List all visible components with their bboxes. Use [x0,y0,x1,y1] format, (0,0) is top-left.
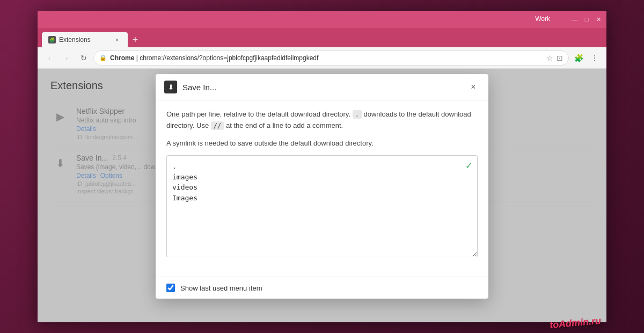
forward-button[interactable]: › [59,50,74,66]
address-text: Chrome | chrome://extensions/?options=jp… [110,54,543,62]
modal-close-button[interactable]: × [467,81,480,93]
profile-label: Work [535,15,550,23]
extensions-button[interactable]: 🧩 [571,50,586,66]
chrome-window: Work — □ ✕ 🧩 Extensions × + ‹ › ↻ 🔒 Chro… [38,11,606,322]
address-site: Chrome [110,54,134,62]
valid-checkmark-icon: ✓ [465,161,472,171]
maximize-button[interactable]: □ [583,16,590,23]
close-window-button[interactable]: ✕ [595,16,602,23]
modal-title: Save In... [182,83,216,92]
tab-favicon: 🧩 [48,36,56,44]
save-in-modal: ⬇ Save In... × One path per line, relati… [156,74,488,299]
modal-body: One path per line, relative to the defau… [156,100,488,277]
download-icon: ⬇ [168,83,174,91]
nav-end-buttons: 🧩 ⋮ [571,50,602,66]
main-content: Extensions ▶ Netflix Skipper Netflix aut… [38,69,606,322]
nav-bar: ‹ › ↻ 🔒 Chrome | chrome://extensions/?op… [38,47,606,69]
modal-overlay: ⬇ Save In... × One path per line, relati… [38,69,606,322]
secure-icon: 🔒 [99,54,107,61]
tab-bar: 🧩 Extensions × + [38,28,606,47]
refresh-button[interactable]: ↻ [76,50,91,66]
paths-textarea[interactable]: . images videos Images [166,155,478,257]
tab-close-button[interactable]: × [113,35,121,44]
new-tab-button[interactable]: + [128,32,143,47]
bookmark-star-icon[interactable]: ☆ [546,54,553,62]
modal-header-icon: ⬇ [164,81,177,93]
tab-label: Extensions [59,36,91,44]
chrome-menu-button[interactable]: ⋮ [587,50,602,66]
screenshot-icon[interactable]: ⊡ [557,54,563,62]
modal-header: ⬇ Save In... × [156,74,488,100]
modal-description-1: One path per line, relative to the defau… [166,109,478,132]
minimize-button[interactable]: — [571,16,579,23]
puzzle-icon: 🧩 [49,38,55,42]
title-bar: Work — □ ✕ [38,11,606,28]
show-last-used-label[interactable]: Show last used menu item [180,284,262,292]
dot-code: . [353,110,362,119]
window-controls: — □ ✕ [571,16,602,23]
modal-description-2: A symlink is needed to save outside the … [166,138,478,149]
textarea-wrapper: . images videos Images ✓ [166,155,478,259]
show-last-used-checkbox[interactable] [166,284,175,292]
address-bar[interactable]: 🔒 Chrome | chrome://extensions/?options=… [93,50,569,66]
comment-code: // [211,121,224,130]
address-url: chrome://extensions/?options=jpblofcpgfj… [140,54,318,62]
modal-footer: Show last used menu item [156,277,488,299]
back-button[interactable]: ‹ [42,50,57,66]
active-tab[interactable]: 🧩 Extensions × [42,32,128,47]
